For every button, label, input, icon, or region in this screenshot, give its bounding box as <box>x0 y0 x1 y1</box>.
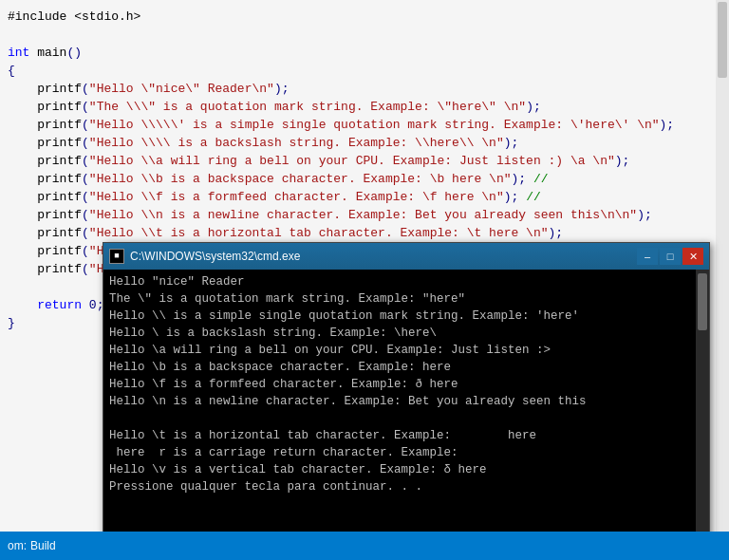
code-line-5: printf("Hello \"nice\" Reader\n"); <box>8 80 729 98</box>
cmd-output-line-12: Hello \v is a vertical tab character. Ex… <box>109 461 703 478</box>
bottom-bar-value: Build <box>30 539 56 552</box>
cmd-output-line-10: Hello \t is a horizontal tab character. … <box>109 427 703 444</box>
cmd-titlebar: ■ C:\WINDOWS\system32\cmd.exe – □ ✕ <box>103 243 709 270</box>
cmd-output-line-11: here r is a carriage return character. E… <box>109 444 703 461</box>
editor-scrollbar[interactable] <box>716 0 729 532</box>
cmd-maximize-button[interactable]: □ <box>660 248 681 265</box>
code-line-1: #include <stdio.h> <box>8 8 729 26</box>
cmd-app-icon: ■ <box>109 249 124 264</box>
cmd-output-line-4: Hello \ is a backslash string. Example: … <box>109 325 703 342</box>
code-line-13: printf("Hello \\t is a horizontal tab ch… <box>8 224 729 242</box>
code-line-2 <box>8 26 729 44</box>
cmd-output-line-9 <box>109 410 703 427</box>
code-line-11: printf("Hello \\f is a formfeed characte… <box>8 188 729 206</box>
code-line-8: printf("Hello \\\\ is a backslash string… <box>8 134 729 152</box>
cmd-close-button[interactable]: ✕ <box>682 248 703 265</box>
cmd-output-line-1: Hello "nice" Reader <box>109 273 703 290</box>
cmd-body: Hello "nice" Reader The \" is a quotatio… <box>103 270 709 535</box>
cmd-output-line-13: Pressione qualquer tecla para continuar.… <box>109 478 703 495</box>
cmd-scrollbar[interactable] <box>696 270 709 535</box>
cmd-output-line-8: Hello \n is a newline character. Example… <box>109 393 703 410</box>
cmd-output-line-5: Hello \a will ring a bell on your CPU. E… <box>109 342 703 359</box>
cmd-scrollbar-thumb[interactable] <box>698 273 707 330</box>
code-line-4: { <box>8 62 729 80</box>
cmd-title-text: C:\WINDOWS\system32\cmd.exe <box>130 250 300 263</box>
code-line-12: printf("Hello \\n is a newline character… <box>8 206 729 224</box>
cmd-output-line-2: The \" is a quotation mark string. Examp… <box>109 290 703 308</box>
cmd-minimize-button[interactable]: – <box>637 248 658 265</box>
bottom-bar: om: Build <box>0 532 729 560</box>
cmd-title-left: ■ C:\WINDOWS\system32\cmd.exe <box>109 249 300 264</box>
cmd-output-line-6: Hello \b is a backspace character. Examp… <box>109 359 703 376</box>
code-line-9: printf("Hello \\a will ring a bell on yo… <box>8 152 729 170</box>
cmd-title-buttons: – □ ✕ <box>637 248 703 265</box>
cmd-window: ■ C:\WINDOWS\system32\cmd.exe – □ ✕ Hell… <box>103 242 710 536</box>
code-line-7: printf("Hello \\\\\' is a simple single … <box>8 116 729 134</box>
cmd-output-line-7: Hello \f is a formfeed character. Exampl… <box>109 376 703 393</box>
cmd-output-line-3: Hello \\ is a simple single quotation ma… <box>109 308 703 325</box>
editor-scrollbar-thumb[interactable] <box>718 2 727 78</box>
code-line-3: int main() <box>8 44 729 62</box>
bottom-bar-label: om: <box>8 539 27 552</box>
code-line-10: printf("Hello \\b is a backspace charact… <box>8 170 729 188</box>
code-line-6: printf("The \\\" is a quotation mark str… <box>8 98 729 116</box>
